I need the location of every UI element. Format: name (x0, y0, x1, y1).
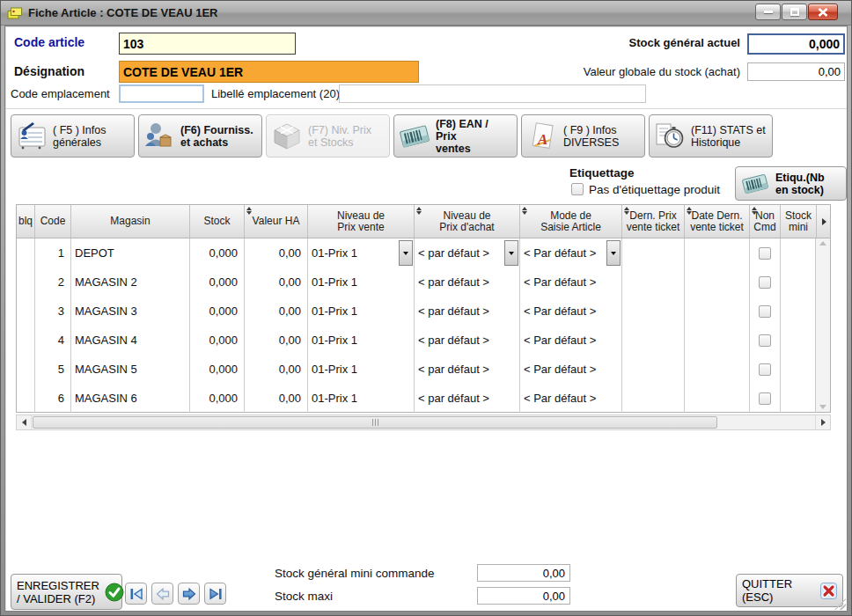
barcode-icon (398, 120, 431, 153)
fournisseurs-achats-label: (F6) Fourniss. et achats (180, 124, 258, 149)
column-scroll-right-icon (822, 218, 826, 225)
infos-generales-label: ( F5 ) Infos générales (53, 124, 130, 149)
infos-generales-button[interactable]: ( F5 ) Infos générales (11, 114, 135, 158)
stock-general-value: 0,000 (747, 33, 845, 55)
cell-stock-mini (781, 355, 817, 384)
cell-code: 5 (35, 355, 71, 384)
non-cmd-checkbox[interactable] (759, 247, 771, 260)
cell-non-cmd (750, 268, 781, 297)
etiquettes-button[interactable]: Etiqu.(Nb en stock) (735, 166, 847, 201)
non-cmd-checkbox[interactable] (759, 334, 771, 347)
first-record-icon (127, 584, 146, 604)
non-cmd-checkbox[interactable] (759, 276, 771, 289)
last-record-icon (206, 584, 225, 604)
scroll-down-icon[interactable] (819, 405, 826, 409)
cell-code: 1 (35, 238, 71, 268)
cell-date-dern (685, 355, 750, 384)
stock-maxi-input[interactable]: 0,00 (477, 587, 570, 605)
non-cmd-checkbox[interactable] (759, 392, 771, 405)
col-header-blq[interactable]: blq (17, 205, 35, 238)
dropdown-button[interactable] (504, 240, 518, 266)
close-button[interactable] (808, 4, 838, 20)
fournisseurs-achats-button[interactable]: (F6) Fourniss. et achats (138, 114, 262, 158)
non-cmd-checkbox[interactable] (759, 305, 771, 318)
mini-commande-input[interactable]: 0,00 (477, 564, 570, 582)
ean-prix-ventes-button[interactable]: (F8) EAN / Prix ventes (393, 114, 518, 158)
col-header-stock-mini[interactable]: Stock mini (781, 205, 817, 238)
minimize-button[interactable] (755, 4, 781, 20)
cell-stock: 0,000 (190, 384, 245, 413)
cell-non-cmd (750, 355, 781, 384)
next-record-button[interactable] (178, 583, 200, 605)
cell-blq (17, 238, 35, 268)
first-record-button[interactable] (125, 583, 147, 605)
col-header-dern-prix[interactable]: Dern. Prix vente ticket (622, 205, 685, 238)
cell-blq (17, 384, 35, 413)
col-header-magasin[interactable]: Magasin (71, 205, 190, 238)
designation-input[interactable]: COTE DE VEAU 1ER (119, 61, 419, 83)
dropdown-button[interactable] (399, 240, 413, 266)
cell-mode-saisie: < Par défaut > (520, 355, 622, 384)
dropdown-button[interactable] (606, 240, 621, 266)
stats-historique-button[interactable]: (F11) STATS et Historique (649, 114, 773, 158)
cell-mode-saisie: < Par défaut > (520, 297, 622, 326)
sort-icon[interactable] (522, 207, 527, 215)
niveaux-prix-stocks-button: (F7) Niv. Prix et Stocks (266, 114, 390, 158)
previous-record-button[interactable] (151, 583, 173, 605)
stats-historique-label: (F11) STATS et Historique (691, 124, 768, 149)
etiquettes-button-label: Etiqu.(Nb en stock) (775, 172, 825, 196)
sort-icon[interactable] (752, 207, 757, 215)
cell-blq (17, 355, 35, 384)
col-header-valeur-ha[interactable]: Valeur HA (245, 205, 308, 238)
window-title: Fiche Article : COTE DE VEAU 1ER (28, 6, 218, 19)
table-row[interactable]: 3 MAGASIN 3 0,000 0,00 01-Prix 1 < par d… (17, 297, 830, 326)
infos-diverses-button[interactable]: A ( F9 ) Infos DIVERSES (521, 114, 645, 158)
valeur-globale-value: 0,00 (747, 62, 845, 81)
gray-cube-icon (270, 120, 304, 153)
sort-icon[interactable] (246, 207, 252, 215)
cell-dern-prix (622, 384, 685, 413)
horizontal-scrollbar[interactable] (16, 414, 831, 430)
code-emplacement-input[interactable] (119, 84, 204, 103)
sort-icon[interactable] (687, 207, 692, 215)
pas-etiquettage-checkbox[interactable] (571, 183, 584, 195)
pas-etiquettage-label: Pas d'étiquettage produit (589, 183, 720, 196)
col-header-date-dern[interactable]: Date Dern. vente ticket (685, 205, 750, 238)
col-header-niveau-prix-achat[interactable]: Niveau de Prix d'achat (415, 205, 520, 238)
column-scroll-right[interactable] (817, 205, 832, 238)
stopwatch-doc-icon (653, 120, 687, 153)
maximize-button[interactable] (782, 4, 807, 20)
col-header-stock[interactable]: Stock (190, 205, 245, 238)
save-button[interactable]: ENREGISTRER / VALIDER (F2) (11, 574, 122, 610)
col-header-mode-saisie[interactable]: Mode de Saisie Article (520, 205, 622, 238)
scroll-right-button[interactable] (815, 415, 830, 429)
col-header-code[interactable]: Code (35, 205, 71, 238)
cell-dern-prix (622, 297, 685, 326)
libelle-emplacement-input[interactable] (339, 84, 646, 103)
titlebar[interactable]: Fiche Article : COTE DE VEAU 1ER (1, 1, 851, 26)
scrollbar-thumb[interactable] (33, 416, 717, 429)
quit-button[interactable]: QUITTER (ESC) (736, 574, 843, 607)
table-row[interactable]: 4 MAGASIN 4 0,000 0,00 01-Prix 1 < par d… (17, 326, 830, 355)
code-article-input[interactable]: 103 (119, 33, 296, 55)
sort-icon[interactable] (416, 207, 422, 215)
table-row[interactable]: 1 DEPOT 0,000 0,00 01-Prix 1 < par défau… (17, 238, 830, 268)
col-header-niveau-prix-vente[interactable]: Niveau de Prix vente (308, 205, 415, 238)
col-header-non-cmd[interactable]: Non Cmd (750, 205, 781, 238)
table-row[interactable]: 2 MAGASIN 2 0,000 0,00 01-Prix 1 < par d… (17, 268, 830, 297)
minimize-icon (764, 11, 773, 13)
close-icon (818, 8, 828, 17)
cell-dern-prix (622, 268, 685, 297)
scroll-up-icon[interactable] (819, 241, 826, 246)
last-record-button[interactable] (204, 583, 226, 605)
sort-icon[interactable] (624, 207, 629, 215)
table-row[interactable]: 6 MAGASIN 6 0,000 0,00 01-Prix 1 < par d… (17, 384, 830, 413)
cell-date-dern (685, 384, 750, 413)
vertical-scrollbar[interactable] (815, 238, 830, 412)
scroll-left-button[interactable] (17, 415, 32, 429)
previous-record-icon (153, 584, 173, 604)
code-article-label: Code article (14, 35, 84, 49)
non-cmd-checkbox[interactable] (759, 363, 771, 376)
table-row[interactable]: 5 MAGASIN 5 0,000 0,00 01-Prix 1 < par d… (17, 355, 830, 384)
cell-date-dern (685, 268, 750, 297)
